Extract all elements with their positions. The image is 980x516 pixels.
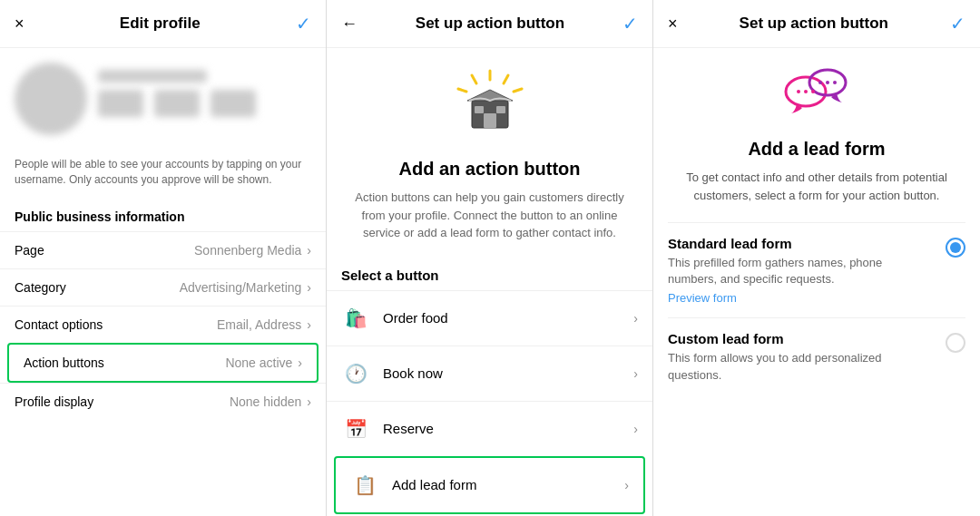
panel1-header: × Edit profile ✓	[0, 0, 326, 48]
action-item-order-food[interactable]: 🛍️ Order food ›	[327, 290, 652, 346]
action-item-order-left: 🛍️ Order food	[341, 304, 448, 333]
standard-lead-form-option[interactable]: Standard lead form This prefilled form g…	[668, 222, 965, 317]
blur-text-1	[98, 70, 207, 83]
lead-form-description: To get contact info and other details fr…	[668, 169, 965, 204]
panel2-check-icon[interactable]: ✓	[622, 13, 638, 34]
svg-point-13	[811, 90, 815, 93]
lead-form-title: Add a lead form	[668, 139, 965, 160]
standard-form-desc: This prefilled form gathers names, phone…	[668, 255, 935, 287]
action-item-lead-form[interactable]: 📋 Add lead form ›	[336, 458, 643, 512]
chevron-icon: ›	[633, 366, 638, 381]
menu-item-profile-right: None hidden ›	[230, 394, 311, 409]
speech-bubbles-icon	[780, 63, 853, 126]
chevron-icon: ›	[307, 317, 311, 332]
standard-form-title: Standard lead form	[668, 236, 935, 251]
panel-lead-form: × Set up action button ✓	[653, 0, 980, 516]
order-food-icon: 🛍️	[341, 304, 370, 333]
menu-item-contact-value: Email, Address	[217, 317, 301, 332]
menu-item-action-right: None active ›	[225, 355, 302, 370]
panel1-check-icon[interactable]: ✓	[296, 13, 311, 34]
menu-item-profile-display[interactable]: Profile display None hidden ›	[0, 383, 326, 420]
blur-stat-1	[98, 90, 143, 117]
menu-item-contact-label: Contact options	[15, 317, 103, 332]
store-illustration	[449, 66, 531, 148]
panel3-check-icon[interactable]: ✓	[950, 13, 965, 34]
panel3-title: Set up action button	[740, 15, 888, 33]
action-item-reserve[interactable]: 📅 Reserve ›	[327, 401, 652, 456]
standard-form-radio[interactable]	[946, 238, 965, 258]
panel3-close-icon[interactable]: ×	[668, 15, 678, 34]
custom-form-desc: This form allows you to add personalized…	[668, 350, 935, 383]
preview-form-link[interactable]: Preview form	[668, 291, 935, 305]
panel3-content: Add a lead form To get contact info and …	[653, 48, 980, 516]
menu-item-category[interactable]: Category Advertising/Marketing ›	[0, 268, 326, 306]
panel1-title: Edit profile	[120, 15, 201, 33]
chevron-icon: ›	[633, 422, 638, 436]
svg-rect-6	[484, 113, 496, 128]
public-business-section-label: Public business information	[0, 199, 326, 231]
privacy-text: People will be able to see your accounts…	[0, 157, 326, 199]
custom-form-text: Custom lead form This form allows you to…	[668, 331, 946, 383]
svg-point-11	[797, 90, 800, 93]
panel2-title: Set up action button	[416, 15, 564, 33]
menu-item-contact-right: Email, Address ›	[217, 317, 311, 332]
panel-setup-action: ← Set up action button ✓	[327, 0, 653, 516]
chevron-icon: ›	[307, 243, 311, 258]
close-icon[interactable]: ×	[15, 15, 24, 34]
svg-rect-8	[496, 106, 505, 113]
action-buttons-highlighted[interactable]: Action buttons None active ›	[7, 343, 318, 383]
action-item-lead-left: 📋 Add lead form	[350, 471, 476, 500]
hero-section: Add an action button Action buttons can …	[327, 48, 652, 257]
action-item-lead-label: Add lead form	[392, 477, 476, 492]
chevron-icon: ›	[298, 355, 302, 370]
menu-item-page[interactable]: Page Sonnenberg Media ›	[0, 231, 326, 268]
chevron-icon: ›	[307, 280, 311, 295]
reserve-icon: 📅	[341, 414, 370, 443]
menu-item-contact[interactable]: Contact options Email, Address ›	[0, 306, 326, 343]
lead-form-icon: 📋	[350, 471, 379, 500]
profile-blurred-section	[0, 48, 326, 150]
profile-avatar-blur	[15, 63, 87, 135]
back-icon[interactable]: ←	[341, 15, 358, 34]
action-item-book-left: 🕐 Book now	[341, 359, 443, 388]
svg-line-4	[458, 89, 466, 92]
menu-item-category-label: Category	[15, 280, 66, 295]
profile-stats-blur	[98, 63, 311, 135]
action-item-book-now[interactable]: 🕐 Book now ›	[327, 346, 652, 401]
panel3-header: × Set up action button ✓	[653, 0, 980, 48]
svg-line-3	[472, 75, 476, 83]
custom-lead-form-option[interactable]: Custom lead form This form allows you to…	[668, 317, 965, 395]
menu-item-page-right: Sonnenberg Media ›	[194, 243, 311, 258]
svg-point-16	[833, 81, 837, 84]
panel-edit-profile: × Edit profile ✓ People will be able to …	[0, 0, 327, 516]
action-button-list: 🛍️ Order food › 🕐 Book now › 📅 Reserve ›	[327, 290, 652, 517]
hero-title: Add an action button	[399, 159, 581, 180]
blur-stat-3	[211, 90, 256, 117]
menu-item-category-value: Advertising/Marketing	[180, 280, 302, 295]
action-item-reserve-label: Reserve	[383, 421, 434, 436]
menu-item-action-value: None active	[225, 355, 292, 370]
book-now-icon: 🕐	[341, 359, 370, 388]
svg-point-14	[818, 81, 822, 84]
menu-item-action-label: Action buttons	[24, 355, 104, 370]
hero-description: Action buttons can help you gain custome…	[348, 189, 631, 242]
chevron-icon: ›	[624, 478, 629, 492]
svg-line-2	[514, 89, 522, 92]
custom-form-radio[interactable]	[946, 333, 965, 353]
lead-form-illustration	[668, 63, 965, 126]
select-button-label: Select a button	[327, 257, 652, 290]
menu-item-action-buttons[interactable]: Action buttons None active ›	[9, 345, 317, 381]
chevron-icon: ›	[633, 311, 638, 326]
action-item-reserve-left: 📅 Reserve	[341, 414, 434, 443]
store-icon	[449, 66, 531, 148]
action-item-order-label: Order food	[383, 310, 448, 326]
menu-item-profile-value: None hidden	[230, 394, 301, 409]
standard-form-text: Standard lead form This prefilled form g…	[668, 236, 946, 305]
svg-point-12	[804, 90, 808, 93]
svg-rect-7	[475, 106, 484, 113]
add-lead-form-highlighted[interactable]: 📋 Add lead form ›	[334, 456, 645, 514]
svg-point-15	[826, 81, 829, 84]
chevron-icon: ›	[307, 394, 311, 409]
panel2-header: ← Set up action button ✓	[327, 0, 652, 48]
panel2-content: Add an action button Action buttons can …	[327, 48, 652, 516]
